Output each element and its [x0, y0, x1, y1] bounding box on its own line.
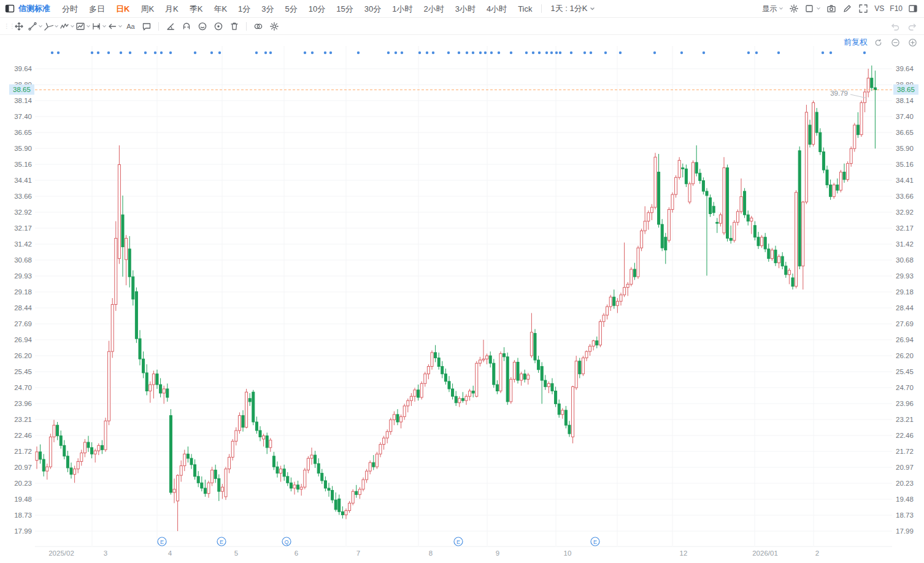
- announcement-dot[interactable]: [154, 52, 156, 54]
- period-年K[interactable]: 年K: [208, 1, 233, 17]
- announcement-dot[interactable]: [525, 52, 528, 54]
- announcement-dot[interactable]: [484, 52, 487, 54]
- announcement-dot[interactable]: [120, 52, 122, 54]
- target-icon[interactable]: [210, 19, 226, 34]
- pattern-icon[interactable]: [75, 19, 91, 34]
- announcement-dot[interactable]: [538, 52, 541, 54]
- period-1分[interactable]: 1分: [233, 1, 256, 17]
- period-月K[interactable]: 月K: [160, 1, 184, 17]
- zoom-in-icon[interactable]: [906, 37, 919, 48]
- compare-icon[interactable]: [250, 19, 266, 34]
- announcement-dot[interactable]: [559, 52, 561, 54]
- announcement-dot[interactable]: [570, 52, 572, 54]
- announcement-dot[interactable]: [51, 52, 53, 54]
- announcement-dot[interactable]: [160, 52, 163, 54]
- announcement-dot[interactable]: [510, 52, 512, 54]
- announcement-dot[interactable]: [426, 52, 428, 54]
- layout-select-icon[interactable]: [803, 1, 823, 16]
- announcement-dot[interactable]: [447, 52, 450, 54]
- announcement-dot[interactable]: [311, 52, 314, 54]
- text-icon[interactable]: Aa: [123, 19, 139, 34]
- reset-view-icon[interactable]: [872, 37, 885, 48]
- zoom-out-icon[interactable]: [889, 37, 902, 48]
- announcement-dot[interactable]: [822, 52, 824, 54]
- period-3小时[interactable]: 3小时: [450, 1, 481, 17]
- period-10分[interactable]: 10分: [303, 1, 331, 17]
- window-layout-icon[interactable]: [5, 4, 15, 13]
- announcement-dot[interactable]: [57, 52, 60, 54]
- event-marker-e[interactable]: E: [591, 537, 599, 546]
- sticker-icon[interactable]: [194, 19, 210, 34]
- announcement-dot[interactable]: [304, 52, 306, 54]
- undo-button[interactable]: [887, 19, 902, 34]
- drag-handle[interactable]: ⋮⋮: [4, 24, 9, 29]
- delete-icon[interactable]: [226, 19, 242, 34]
- custom-period-select[interactable]: 1天 : 1分K: [545, 3, 600, 14]
- announcement-dot[interactable]: [583, 52, 586, 54]
- period-分时[interactable]: 分时: [56, 1, 83, 17]
- period-30分[interactable]: 30分: [359, 1, 387, 17]
- announcement-dot[interactable]: [545, 52, 548, 54]
- pitchfork-icon[interactable]: [43, 19, 59, 34]
- event-marker-e[interactable]: E: [454, 537, 463, 546]
- fullscreen-icon[interactable]: [856, 1, 871, 16]
- announcement-dot[interactable]: [466, 52, 468, 54]
- wave-icon[interactable]: [59, 19, 75, 34]
- announcement-dot[interactable]: [97, 52, 99, 54]
- symbol-name[interactable]: 信测标准: [18, 3, 50, 14]
- side-panel-icon[interactable]: [906, 1, 920, 16]
- announcement-dot[interactable]: [863, 52, 866, 54]
- announcement-dot[interactable]: [680, 52, 683, 54]
- announcement-dot[interactable]: [490, 52, 493, 54]
- announcement-dot[interactable]: [395, 52, 397, 54]
- announcement-dot[interactable]: [830, 52, 832, 54]
- event-marker-e[interactable]: E: [158, 537, 166, 546]
- drawing-settings-icon[interactable]: [266, 19, 282, 34]
- period-Tick[interactable]: Tick: [512, 1, 537, 17]
- announcement-dot[interactable]: [653, 52, 656, 54]
- move-icon[interactable]: [11, 19, 27, 34]
- announcement-dot[interactable]: [755, 52, 758, 54]
- compare-vs-button[interactable]: VS: [872, 1, 887, 16]
- announcement-dot[interactable]: [604, 52, 607, 54]
- announcement-dot[interactable]: [210, 52, 213, 54]
- period-日K[interactable]: 日K: [110, 1, 135, 17]
- period-周K[interactable]: 周K: [135, 1, 160, 17]
- candlestick-chart[interactable]: 39.6439.6438.8938.8938.1438.1437.4037.40…: [0, 35, 924, 563]
- period-2小时[interactable]: 2小时: [418, 1, 449, 17]
- announcement-dot[interactable]: [590, 52, 592, 54]
- draw-mode-icon[interactable]: [840, 1, 855, 16]
- announcement-dot[interactable]: [498, 52, 500, 54]
- measure-icon[interactable]: [91, 19, 107, 34]
- redo-button[interactable]: [906, 19, 920, 34]
- announcement-dot[interactable]: [432, 52, 434, 54]
- announcement-dot[interactable]: [357, 52, 360, 54]
- announcement-dot[interactable]: [194, 52, 196, 54]
- announcement-dot[interactable]: [218, 52, 221, 54]
- period-3分[interactable]: 3分: [256, 1, 279, 17]
- period-季K[interactable]: 季K: [184, 1, 209, 17]
- announcement-dot[interactable]: [387, 52, 390, 54]
- magnet-icon[interactable]: [179, 19, 194, 34]
- announcement-dot[interactable]: [255, 52, 258, 54]
- announcement-dot[interactable]: [479, 52, 482, 54]
- announcement-dot[interactable]: [532, 52, 534, 54]
- announcement-dot[interactable]: [129, 52, 131, 54]
- announcement-dot[interactable]: [472, 52, 474, 54]
- angle-icon[interactable]: [163, 19, 179, 34]
- announcement-dot[interactable]: [324, 52, 326, 54]
- screenshot-icon[interactable]: [824, 1, 839, 16]
- period-多日[interactable]: 多日: [83, 1, 110, 17]
- announcement-dot[interactable]: [703, 52, 705, 54]
- event-marker-q[interactable]: Q: [282, 537, 291, 546]
- period-15分[interactable]: 15分: [331, 1, 358, 17]
- announcement-dot[interactable]: [329, 52, 332, 54]
- period-5分[interactable]: 5分: [280, 1, 303, 17]
- arrow-icon[interactable]: [107, 19, 123, 34]
- period-1小时[interactable]: 1小时: [387, 1, 418, 17]
- announcement-dot[interactable]: [747, 52, 750, 54]
- comment-icon[interactable]: [139, 19, 155, 34]
- announcement-dot[interactable]: [458, 52, 460, 54]
- adjust-mode-link[interactable]: 前复权: [844, 37, 868, 48]
- announcement-dot[interactable]: [269, 52, 272, 54]
